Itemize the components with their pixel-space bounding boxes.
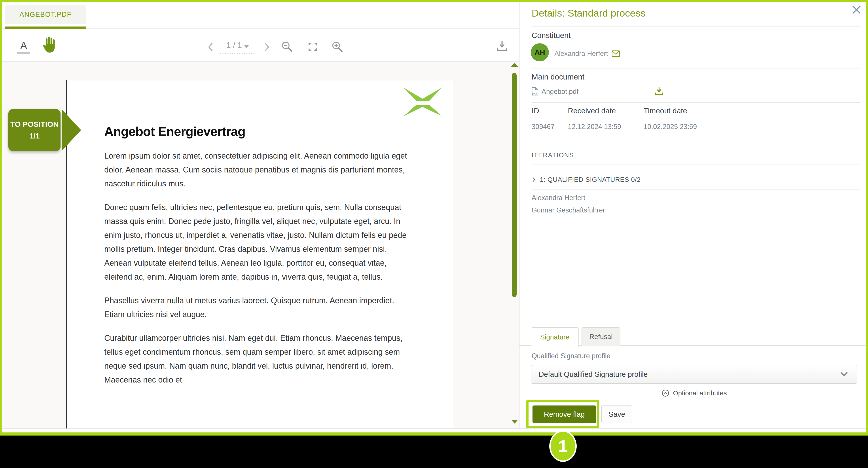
download-document-button[interactable] xyxy=(495,39,509,53)
hand-tool-button[interactable] xyxy=(39,35,58,54)
text-tool-underline xyxy=(17,52,30,54)
main-document-heading: Main document xyxy=(532,72,584,81)
save-label: Save xyxy=(609,410,625,418)
panel-title: Details: Standard process xyxy=(532,7,645,19)
tab-signature-label: Signature xyxy=(540,333,569,341)
timeout-date-header: Timeout date xyxy=(644,106,687,115)
pdf-paragraph: Donec quam felis, ultricies nec, pellent… xyxy=(104,200,412,284)
tab-signature[interactable]: Signature xyxy=(531,327,579,347)
text-tool-icon: A xyxy=(20,41,27,50)
zoom-in-icon xyxy=(331,40,344,54)
main-document-filename: Angebot.pdf xyxy=(541,88,579,96)
text-tool-button[interactable]: A xyxy=(16,39,31,55)
email-icon[interactable] xyxy=(611,49,620,58)
signer-name: Alexandra Herfert xyxy=(532,194,585,202)
zoom-out-icon xyxy=(280,40,294,54)
chevron-down-icon xyxy=(244,45,249,48)
timeout-date-value: 10.02.2025 23:59 xyxy=(644,123,697,131)
avatar: AH xyxy=(531,43,549,61)
active-tab-indicator xyxy=(5,27,86,29)
chevron-up-circle-icon xyxy=(661,389,670,398)
document-tab-label: ANGEBOT.PDF xyxy=(20,10,71,19)
profile-field-label: Qualified Signature profile xyxy=(532,352,611,360)
dialog-bottom-strip xyxy=(0,429,868,433)
constituent-heading: Constituent xyxy=(532,31,571,40)
iteration-label: 1: QUALIFIED SIGNATURES 0/2 xyxy=(540,176,641,183)
chevron-left-icon xyxy=(205,41,217,53)
pdf-paragraph: Phasellus viverra nulla ut metus varius … xyxy=(104,293,412,321)
to-position-count: 1/1 xyxy=(29,132,39,140)
divider xyxy=(532,189,860,189)
annotation-step-badge: 1 xyxy=(549,431,577,462)
download-icon xyxy=(654,86,664,96)
pdf-paragraph: Curabitur ullamcorper ultricies nisi. Na… xyxy=(104,331,412,387)
fullscreen-icon xyxy=(307,41,319,53)
page-indicator-value: 1 / 1 xyxy=(226,41,242,50)
to-position-label: TO POSITION xyxy=(10,120,59,128)
divider xyxy=(532,102,860,103)
signature-profile-value: Default Qualified Signature profile xyxy=(539,370,648,379)
annotation-highlight-box xyxy=(526,400,599,428)
document-tab[interactable]: ANGEBOT.PDF xyxy=(5,5,86,24)
tab-refusal[interactable]: Refusal xyxy=(582,327,620,346)
pdf-file-icon: PDF xyxy=(530,87,539,97)
chevron-right-icon xyxy=(261,41,273,53)
close-icon xyxy=(850,3,863,16)
pdf-paragraph: Lorem ipsum dolor sit amet, consectetuer… xyxy=(104,149,412,191)
panel-scrollbar-track xyxy=(861,0,861,429)
pdf-page: Angebot Energievertrag Lorem ipsum dolor… xyxy=(66,80,453,429)
viewer-scrollbar[interactable] xyxy=(510,62,516,427)
main-document-row[interactable]: PDF Angebot.pdf xyxy=(530,87,579,97)
save-button[interactable]: Save xyxy=(601,405,632,423)
avatar-initials: AH xyxy=(534,48,545,57)
previous-page-button[interactable] xyxy=(205,41,217,53)
fullscreen-button[interactable] xyxy=(307,41,319,53)
constituent-name: Alexandra Herfert xyxy=(554,50,608,58)
signer-name: Gunnar Geschäftsführer xyxy=(532,206,605,214)
esign-dialog: ANGEBOT.PDF A 1 / 1 xyxy=(0,0,868,436)
chevron-down-icon xyxy=(839,369,849,379)
company-logo-icon xyxy=(403,86,443,117)
download-icon xyxy=(495,39,509,53)
chevron-right-icon xyxy=(530,176,537,183)
tab-refusal-label: Refusal xyxy=(589,333,613,341)
id-value: 309467 xyxy=(532,123,554,131)
received-date-value: 12.12.2024 13:59 xyxy=(568,123,621,131)
annotation-step-number: 1 xyxy=(558,436,568,456)
pdf-document-title: Angebot Energievertrag xyxy=(104,124,412,139)
download-main-document-button[interactable] xyxy=(654,86,664,96)
close-button[interactable] xyxy=(850,3,863,16)
details-panel: Details: Standard process Constituent AH… xyxy=(520,0,868,429)
id-header: ID xyxy=(532,106,539,115)
iteration-expander[interactable]: 1: QUALIFIED SIGNATURES 0/2 xyxy=(530,176,641,183)
divider xyxy=(532,26,860,27)
pdf-viewer: ANGEBOT.PDF A 1 / 1 xyxy=(0,0,519,429)
received-date-header: Received date xyxy=(568,106,616,115)
zoom-in-button[interactable] xyxy=(331,40,344,54)
iterations-heading: ITERATIONS xyxy=(532,152,574,159)
optional-attributes-label: Optional attributes xyxy=(673,389,726,397)
page-indicator[interactable]: 1 / 1 xyxy=(220,41,255,54)
scroll-down-icon[interactable] xyxy=(511,419,518,424)
to-position-badge[interactable]: TO POSITION 1/1 xyxy=(8,109,61,151)
divider xyxy=(532,164,860,165)
optional-attributes-toggle[interactable]: Optional attributes xyxy=(531,389,857,398)
hand-tool-icon xyxy=(39,35,58,54)
signature-profile-select[interactable]: Default Qualified Signature profile xyxy=(531,365,857,384)
scroll-up-icon[interactable] xyxy=(511,63,518,67)
scrollbar-thumb[interactable] xyxy=(512,73,517,297)
svg-text:PDF: PDF xyxy=(532,93,537,96)
zoom-out-button[interactable] xyxy=(280,40,294,54)
next-page-button[interactable] xyxy=(261,41,273,53)
divider xyxy=(532,68,860,68)
